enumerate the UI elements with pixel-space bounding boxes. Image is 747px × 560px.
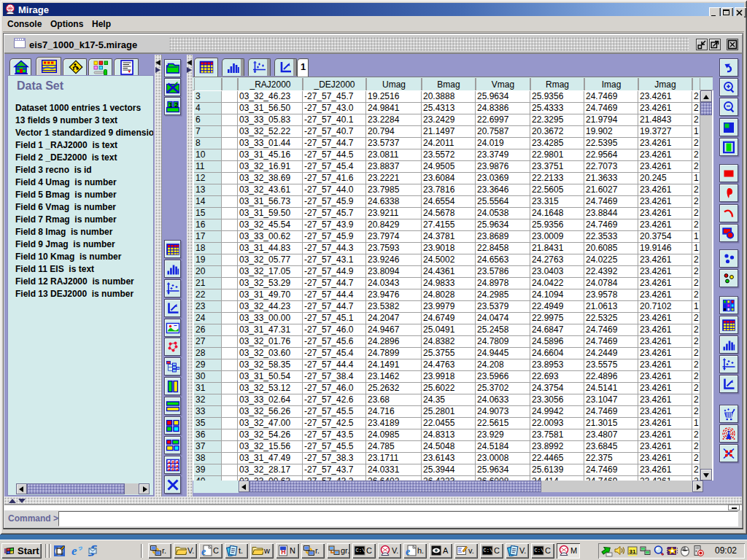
svg-text:2: 2 [174, 101, 178, 108]
svg-text:e: e [71, 545, 77, 557]
svg-text:H: H [281, 548, 286, 556]
svg-text:C:\: C:\ [535, 548, 544, 553]
svg-text:31: 31 [630, 548, 636, 555]
svg-text:C:\: C:\ [356, 548, 365, 553]
svg-text:1: 1 [169, 101, 172, 108]
svg-text:C:\: C:\ [484, 548, 493, 553]
svg-text:e: e [201, 546, 206, 556]
svg-text:e: e [406, 546, 410, 556]
